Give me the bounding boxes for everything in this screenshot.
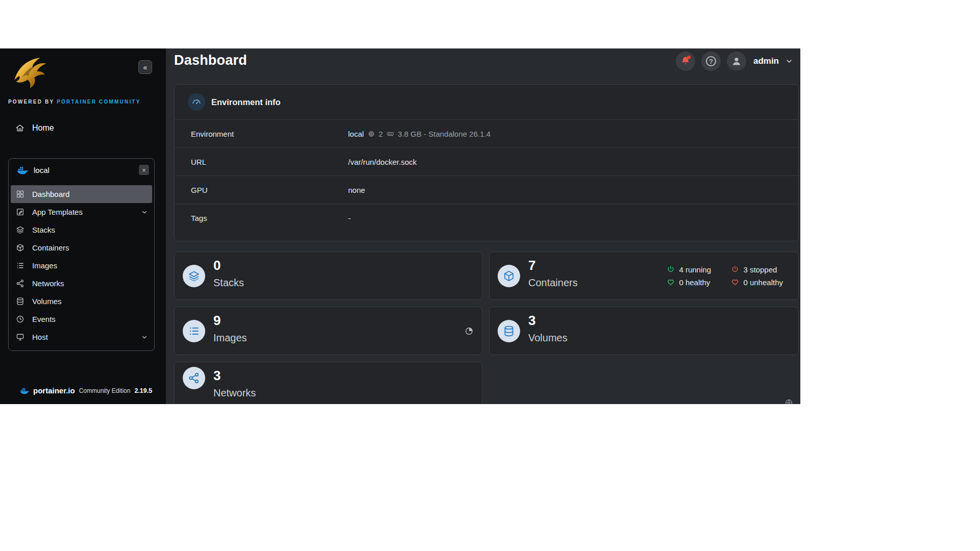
unhealthy-stat: 0 unhealthy [731,278,783,287]
sidebar-item-host[interactable]: Host [9,328,154,346]
images-card[interactable]: 9 Images [174,307,482,355]
environment-menu-box: local × Dashboard App Templates [8,158,155,351]
header-actions: ? admin [676,52,793,71]
home-label: Home [32,123,54,133]
environment-menu: Dashboard App Templates Stacks Container… [9,185,154,346]
main-content: Dashboard ? admin Environm [166,48,800,404]
volumes-label: Volumes [528,332,568,344]
menu-label: Volumes [32,297,62,306]
volumes-card[interactable]: 3 Volumes [489,307,799,355]
portainer-brand[interactable]: portainer.io [33,386,75,395]
sidebar: « POWERED BY PORTAINER COMMUNITY Home lo… [0,48,166,404]
menu-label: Stacks [32,226,55,234]
close-environment-icon[interactable]: × [139,165,149,175]
portainer-app-window: « POWERED BY PORTAINER COMMUNITY Home lo… [0,48,800,404]
info-label: Environment [191,130,348,138]
info-row-environment: Environment local 2 3.8 GB - Standalone … [175,119,798,147]
username-label[interactable]: admin [753,56,779,66]
networks-count: 3 [213,368,220,384]
networks-icon [183,367,205,389]
sidebar-item-containers[interactable]: Containers [9,239,154,257]
info-value: /var/run/docker.sock [348,158,416,166]
notification-badge [687,56,691,59]
version-label: 2.19.5 [134,387,152,394]
environment-name: local [34,166,50,174]
unhealthy-text: 0 unhealthy [743,278,783,287]
sidebar-item-events[interactable]: Events [9,310,154,328]
info-row-gpu: GPU none [175,176,798,204]
images-label: Images [213,332,247,344]
heart-icon [667,278,675,286]
info-row-url: URL /var/run/docker.sock [175,147,798,176]
host-icon [16,333,24,341]
menu-label: Networks [32,279,64,288]
sidebar-item-networks[interactable]: Networks [9,274,154,292]
power-icon [731,265,739,273]
help-button[interactable]: ? [701,52,721,71]
sidebar-item-dashboard[interactable]: Dashboard [11,185,152,203]
menu-label: Dashboard [32,190,69,198]
environment-value: local [348,130,364,138]
networks-card[interactable]: 3 Networks [174,362,482,404]
info-label: URL [191,158,348,166]
containers-card[interactable]: 7 Containers 4 running 3 stopped 0 healt… [489,252,799,300]
stacks-icon [16,226,24,234]
images-icon [183,320,205,342]
volumes-count: 3 [528,313,535,329]
gauge-icon [188,93,205,111]
globe-corner-icon [785,398,793,404]
user-menu-button[interactable] [727,52,746,71]
heart-icon [731,278,739,286]
page-title: Dashboard [174,53,247,68]
volumes-icon [498,320,520,342]
portainer-whale-icon [20,387,29,394]
environment-info-card: Environment info Environment local 2 3.8… [174,84,799,241]
home-icon [15,123,24,133]
info-value: - [348,214,351,222]
environment-header: local × [9,162,154,178]
stacks-icon [183,265,205,287]
chevron-down-icon [141,334,148,341]
containers-icon [16,243,24,252]
stacks-card[interactable]: 0 Stacks [174,252,482,300]
sidebar-item-app-templates[interactable]: App Templates [9,203,154,221]
images-count: 9 [213,313,220,329]
networks-label: Networks [213,387,256,399]
screenshot-canvas: « POWERED BY PORTAINER COMMUNITY Home lo… [0,0,980,551]
sidebar-item-images[interactable]: Images [9,257,154,274]
info-value: local 2 3.8 GB - Standalone 26.1.4 [348,130,491,138]
menu-label: Host [32,333,48,341]
question-icon: ? [706,56,716,66]
menu-label: Images [32,261,57,270]
events-icon [16,315,24,323]
menu-label: App Templates [32,208,83,216]
pie-chart-icon [464,327,474,336]
powered-by-text: POWERED BY [8,99,54,105]
notifications-button[interactable] [676,52,695,71]
memory-icon [386,130,394,138]
stopped-text: 3 stopped [743,265,777,274]
user-chevron-down-icon[interactable] [785,57,793,65]
info-value: none [348,186,365,194]
user-icon [731,56,742,67]
docker-whale-icon [17,165,28,174]
sidebar-item-home[interactable]: Home [8,119,155,137]
networks-icon [16,279,24,288]
info-row-tags: Tags - [175,204,798,232]
sidebar-item-stacks[interactable]: Stacks [9,221,154,239]
environment-info-header: Environment info [175,85,798,119]
power-icon [667,265,675,273]
healthy-text: 0 healthy [679,278,710,287]
stacks-count: 0 [213,258,220,273]
images-icon [16,261,24,270]
sidebar-collapse-button[interactable]: « [138,60,152,74]
environment-info-title: Environment info [211,97,281,107]
stopped-stat: 3 stopped [731,265,783,274]
menu-label: Containers [32,243,69,252]
phoenix-logo [8,54,49,94]
containers-icon [498,265,520,287]
containers-stats: 4 running 3 stopped 0 healthy 0 unhealth… [667,265,783,287]
sidebar-item-volumes[interactable]: Volumes [9,292,154,310]
edition-label: Community Edition [79,387,131,394]
cpu-icon [368,130,375,138]
